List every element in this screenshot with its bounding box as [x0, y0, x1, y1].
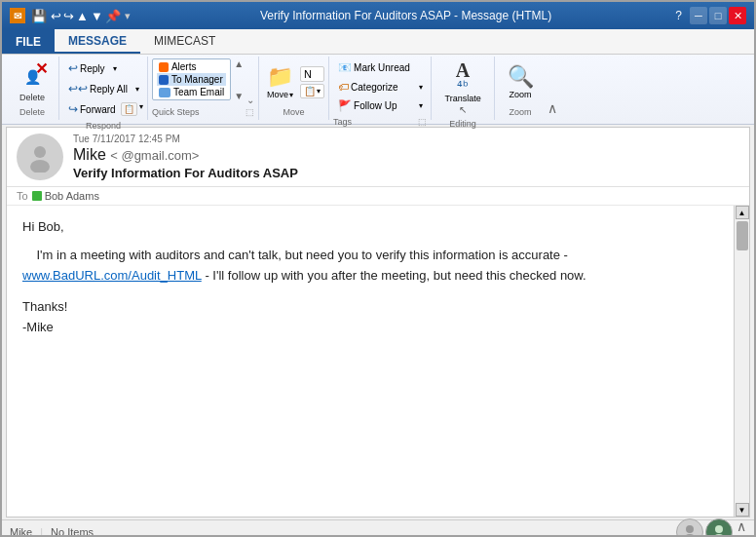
delete-button[interactable]: 👤 ✕ Delete — [15, 59, 50, 104]
zoom-button[interactable]: 🔍 Zoom — [504, 62, 538, 101]
email-continuation: - I'll follow up with you after the meet… — [205, 268, 586, 283]
sender-name: Mike — [73, 146, 106, 163]
to-manager-item[interactable]: To Manager — [157, 73, 226, 86]
follow-up-dropdown[interactable]: ▾ — [416, 98, 427, 113]
message-tab[interactable]: MESSAGE — [55, 29, 140, 54]
svg-point-0 — [34, 146, 46, 158]
close-button[interactable]: ✕ — [729, 7, 746, 24]
up-icon[interactable]: ▲ — [76, 9, 89, 23]
quick-steps-scroll-up[interactable]: ▲ — [234, 58, 244, 69]
delete-group: 👤 ✕ Delete Delete — [6, 57, 59, 120]
reply-dropdown[interactable]: ▾ — [110, 61, 121, 76]
forward-dropdown[interactable]: ▾ — [139, 102, 143, 116]
email-scrollbar[interactable]: ▲ ▼ — [734, 206, 749, 517]
email-body-container: Hi Bob, I'm in a meeting with auditors a… — [7, 206, 749, 517]
scroll-down-button[interactable]: ▼ — [736, 503, 749, 517]
maximize-button[interactable]: □ — [709, 7, 727, 24]
collapse-ribbon-button[interactable]: ∧ — [546, 57, 559, 120]
rules-button[interactable]: 📋▾ — [300, 84, 324, 98]
quick-steps-expand[interactable]: ⌄ — [246, 95, 254, 105]
status-right: ∧ — [676, 518, 746, 538]
alerts-item[interactable]: Alerts — [157, 60, 226, 73]
follow-up-button[interactable]: 🚩 Follow Up ▾ — [333, 96, 427, 115]
down-icon[interactable]: ▼ — [91, 9, 103, 23]
team-email-dot — [159, 88, 170, 97]
editing-group: A ⁴ᵇ Translate ↖ Editing — [432, 57, 495, 120]
alerts-dot — [159, 62, 169, 72]
mimecast-tab[interactable]: MIMECAST — [140, 29, 229, 54]
sender-email: < @gmail.com> — [110, 148, 199, 163]
team-email-item[interactable]: Team Email — [157, 86, 226, 98]
status-left: Mike | No Items — [10, 526, 676, 538]
pin-icon[interactable]: 📌 — [105, 9, 121, 23]
tags-group: 📧 Mark Unread 🏷 Categorize ▾ 🚩 Follow Up… — [329, 57, 432, 120]
email-paragraph: I'm in a meeting with auditors and can't… — [22, 246, 718, 287]
email-area: Tue 7/11/2017 12:45 PM Mike < @gmail.com… — [6, 127, 750, 518]
minimize-button[interactable]: ─ — [690, 7, 707, 24]
reply-all-dropdown[interactable]: ▾ — [132, 82, 143, 96]
help-icon[interactable]: ? — [675, 9, 682, 22]
tags-dialog[interactable]: ⬚ — [418, 117, 427, 127]
email-body: Hi Bob, I'm in a meeting with auditors a… — [7, 206, 734, 517]
svg-point-3 — [684, 534, 696, 538]
status-separator: | — [40, 526, 43, 538]
to-manager-dot — [159, 75, 169, 85]
quick-steps-scroll-down[interactable]: ▼ — [234, 91, 244, 101]
forward-options[interactable]: 📋 — [121, 102, 137, 116]
email-date: Tue 7/11/2017 12:45 PM — [73, 134, 739, 144]
categorize-dropdown[interactable]: ▾ — [416, 80, 427, 95]
save-icon[interactable]: 💾 — [31, 9, 47, 23]
email-from: Mike < @gmail.com> — [73, 146, 739, 164]
scroll-thumb[interactable] — [737, 221, 748, 250]
status-items: No Items — [51, 526, 94, 538]
reply-button[interactable]: ↩ Reply ▾ — [63, 58, 143, 78]
menu-bar: FILE MESSAGE MIMECAST — [2, 29, 754, 55]
translate-button[interactable]: A ⁴ᵇ Translate ↖ — [440, 58, 484, 117]
email-header: Tue 7/11/2017 12:45 PM Mike < @gmail.com… — [7, 128, 749, 187]
status-avatar-1[interactable] — [676, 518, 703, 538]
status-sender: Mike — [10, 526, 32, 538]
ribbon: 👤 ✕ Delete Delete ↩ Reply ▾ — [2, 55, 754, 125]
to-label: To — [17, 190, 28, 202]
svg-point-1 — [30, 160, 50, 173]
recipient-dot — [32, 191, 42, 201]
forward-button[interactable]: ↪ Forward 📋 ▾ — [63, 99, 143, 119]
svg-point-2 — [686, 525, 694, 533]
separator: ▾ — [125, 10, 131, 22]
title-bar: ✉ 💾 ↩ ↪ ▲ ▼ 📌 ▾ Verify Information For A… — [2, 2, 754, 29]
email-meta: Tue 7/11/2017 12:45 PM Mike < @gmail.com… — [73, 134, 739, 180]
email-closing: Thanks! -Mike — [22, 297, 718, 338]
alerts-box: Alerts To Manager Team Email — [152, 58, 231, 100]
redo-icon[interactable]: ↪ — [63, 9, 74, 23]
quick-steps-group: Alerts To Manager Team Email ▲ ▼ ⌄ — [148, 57, 259, 120]
status-avatar-2[interactable] — [705, 518, 733, 538]
recipient-badge: Bob Adams — [32, 190, 99, 202]
quick-steps-dialog[interactable]: ⬚ — [246, 107, 254, 117]
svg-point-5 — [713, 534, 725, 538]
email-greeting: Hi Bob, — [22, 217, 718, 238]
respond-group: ↩ Reply ▾ ↩↩ Reply All ▾ ↪ Forward — [59, 57, 148, 120]
onenote-button[interactable]: N — [300, 66, 324, 82]
window-controls: ─ □ ✕ — [690, 7, 746, 24]
sender-avatar — [17, 134, 63, 180]
undo-icon[interactable]: ↩ — [51, 9, 61, 23]
mark-unread-button[interactable]: 📧 Mark Unread — [333, 58, 427, 77]
reply-all-button[interactable]: ↩↩ Reply All ▾ — [63, 79, 143, 98]
move-button[interactable]: 📁 Move ▾ — [263, 62, 297, 101]
scroll-up-button[interactable]: ▲ — [736, 206, 749, 219]
status-expand[interactable]: ∧ — [737, 518, 746, 538]
move-group: 📁 Move ▾ N 📋▾ Move — [259, 57, 329, 120]
app-icon: ✉ — [10, 8, 25, 23]
status-bar: Mike | No Items ∧ — [2, 519, 754, 537]
zoom-group: 🔍 Zoom Zoom — [495, 57, 546, 120]
categorize-button[interactable]: 🏷 Categorize ▾ — [333, 78, 427, 96]
email-link[interactable]: www.BadURL.com/Audit_HTML — [22, 268, 202, 283]
svg-point-4 — [715, 525, 723, 533]
recipient-name: Bob Adams — [45, 190, 99, 202]
translate-cursor: ↖ — [459, 104, 467, 115]
window-title: Verify Information For Auditors ASAP - M… — [136, 9, 676, 22]
email-to-bar: To Bob Adams — [7, 187, 749, 206]
file-menu[interactable]: FILE — [2, 29, 55, 54]
email-subject: Verify Information For Auditors ASAP — [73, 166, 739, 180]
